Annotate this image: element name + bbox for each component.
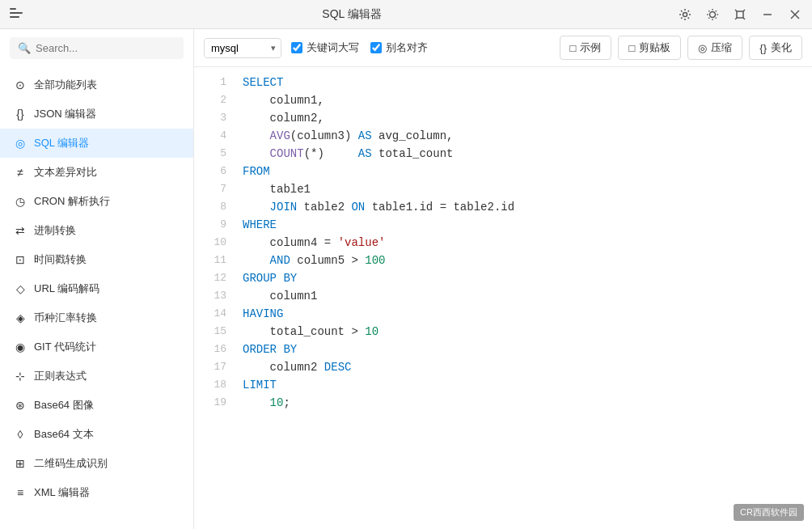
nav-icon-qrcode: ⊞ (13, 457, 27, 470)
sidebar-item-base64-text[interactable]: ◊Base64 文本 (0, 420, 193, 449)
alias-align-checkbox[interactable]: 别名对齐 (370, 40, 428, 55)
code-line: column1, (243, 91, 802, 109)
nav-label-sql-editor: SQL 编辑器 (34, 136, 89, 150)
token-num: 10 (365, 325, 379, 338)
nav-label-time-convert: 时间戳转换 (34, 252, 87, 267)
line-number: 11 (207, 252, 226, 269)
nav-label-regex: 正则表达式 (34, 369, 87, 383)
compress-button[interactable]: ◎ 压缩 (687, 36, 742, 60)
nav-icon-base64-image: ⊛ (13, 399, 27, 412)
theme-icon[interactable] (705, 7, 720, 22)
sidebar-item-base-convert[interactable]: ⇄进制转换 (0, 216, 193, 245)
sidebar-item-qrcode[interactable]: ⊞二维码生成识别 (0, 449, 193, 478)
code-line: AND column5 > 100 (243, 252, 802, 269)
content-area: mysqlpostgresqlsqlitemssqloracle ▾ 关键词大写… (194, 29, 812, 529)
sidebar-item-all-functions[interactable]: ⊙全部功能列表 (0, 70, 193, 99)
code-line: LIMIT (243, 376, 802, 394)
search-icon: 🔍 (18, 42, 31, 54)
code-editor: 12345678910111213141516171819 SELECT col… (194, 67, 812, 418)
line-number: 14 (207, 305, 226, 323)
nav-icon-sql-editor: ◎ (13, 137, 27, 150)
sidebar-item-git-stats[interactable]: ◉GIT 代码统计 (0, 332, 193, 362)
dialect-dropdown[interactable]: mysqlpostgresqlsqlitemssqloracle (205, 39, 266, 57)
code-line: SELECT (243, 74, 802, 91)
line-number: 1 (207, 74, 226, 91)
line-number: 19 (207, 394, 226, 412)
line-number: 10 (207, 234, 226, 252)
settings-icon[interactable] (678, 7, 692, 22)
example-button[interactable]: □ 示例 (560, 36, 612, 60)
nav-label-base64-text: Base64 文本 (34, 427, 94, 442)
line-number: 4 (207, 127, 226, 145)
token-kw: JOIN (270, 201, 298, 214)
sidebar-item-regex[interactable]: ⊹正则表达式 (0, 362, 193, 391)
sidebar-item-url-codec[interactable]: ◇URL 编码解码 (0, 274, 193, 303)
sidebar-item-time-convert[interactable]: ⊡时间戳转换 (0, 245, 193, 274)
nav-label-base64-image: Base64 图像 (34, 398, 94, 413)
token-plain: (column3) (290, 129, 358, 142)
code-line: total_count > 10 (243, 323, 802, 341)
token-plain (243, 201, 270, 214)
svg-rect-2 (737, 11, 743, 18)
editor-area[interactable]: 12345678910111213141516171819 SELECT col… (194, 67, 812, 529)
example-icon: □ (570, 42, 577, 54)
minimize-icon[interactable] (760, 7, 775, 22)
code-line: WHERE (243, 216, 802, 234)
line-number: 8 (207, 198, 226, 216)
code-line: FROM (243, 163, 802, 180)
beautify-button[interactable]: {} 美化 (749, 36, 802, 60)
line-number: 5 (207, 145, 226, 163)
sidebar-item-json-editor[interactable]: {}JSON 编辑器 (0, 99, 193, 129)
keyword-upper-input[interactable] (291, 42, 302, 53)
nav-label-url-codec: URL 编码解码 (34, 281, 99, 296)
token-plain: column2, (243, 112, 324, 125)
token-plain: table1 (243, 183, 311, 196)
line-number: 3 (207, 109, 226, 127)
token-kw: SELECT (243, 76, 283, 89)
token-kw: ORDER BY (243, 343, 297, 356)
token-kw: FROM (243, 165, 270, 178)
token-plain (243, 254, 270, 267)
code-line: HAVING (243, 305, 802, 323)
titlebar: SQL 编辑器 (0, 0, 812, 29)
restore-icon[interactable] (733, 7, 747, 22)
titlebar-controls (678, 7, 802, 22)
sidebar-nav: ⊙全部功能列表{}JSON 编辑器◎SQL 编辑器≠文本差异对比◷CRON 解析… (0, 67, 193, 529)
close-icon[interactable] (788, 7, 802, 22)
nav-label-cron: CRON 解析执行 (34, 194, 110, 209)
token-kw: AS (331, 147, 371, 160)
clipboard-button[interactable]: □ 剪贴板 (618, 36, 681, 60)
compress-icon: ◎ (698, 42, 707, 54)
sidebar-item-currency[interactable]: ◈币种汇率转换 (0, 303, 193, 332)
sidebar-item-cron[interactable]: ◷CRON 解析执行 (0, 187, 193, 216)
main-layout: 🔍 ⊙全部功能列表{}JSON 编辑器◎SQL 编辑器≠文本差异对比◷CRON … (0, 29, 812, 529)
sidebar: 🔍 ⊙全部功能列表{}JSON 编辑器◎SQL 编辑器≠文本差异对比◷CRON … (0, 29, 194, 529)
search-box[interactable]: 🔍 (10, 37, 184, 59)
toolbar: mysqlpostgresqlsqlitemssqloracle ▾ 关键词大写… (194, 29, 812, 67)
sidebar-item-text-diff[interactable]: ≠文本差异对比 (0, 158, 193, 187)
nav-label-base-convert: 进制转换 (34, 223, 76, 238)
token-plain: avg_column, (372, 129, 454, 142)
keyword-upper-label: 关键词大写 (307, 40, 359, 55)
token-plain: column4 = (243, 236, 338, 249)
sidebar-toggle-icon[interactable] (10, 8, 26, 21)
nav-label-currency: 币种汇率转换 (34, 311, 97, 325)
nav-icon-base-convert: ⇄ (13, 224, 27, 237)
keyword-upper-checkbox[interactable]: 关键词大写 (291, 40, 359, 55)
code-line: AVG(column3) AS avg_column, (243, 127, 802, 145)
dialect-select[interactable]: mysqlpostgresqlsqlitemssqloracle ▾ (204, 38, 281, 58)
sidebar-item-sql-editor[interactable]: ◎SQL 编辑器 (0, 129, 193, 158)
token-plain: column5 > (290, 254, 365, 267)
sidebar-item-xml-editor[interactable]: ≡XML 编辑器 (0, 478, 193, 507)
code-line: column1 (243, 287, 802, 305)
code-line: column2 DESC (243, 358, 802, 376)
token-plain: column2 (243, 361, 324, 374)
code-lines: SELECT column1, column2, AVG(column3) AS… (233, 74, 812, 412)
nav-label-git-stats: GIT 代码统计 (34, 340, 96, 354)
beautify-icon: {} (759, 42, 767, 54)
line-number: 2 (207, 91, 226, 109)
line-number: 9 (207, 216, 226, 234)
search-input[interactable] (36, 42, 176, 54)
alias-align-input[interactable] (370, 42, 382, 53)
sidebar-item-base64-image[interactable]: ⊛Base64 图像 (0, 391, 193, 420)
